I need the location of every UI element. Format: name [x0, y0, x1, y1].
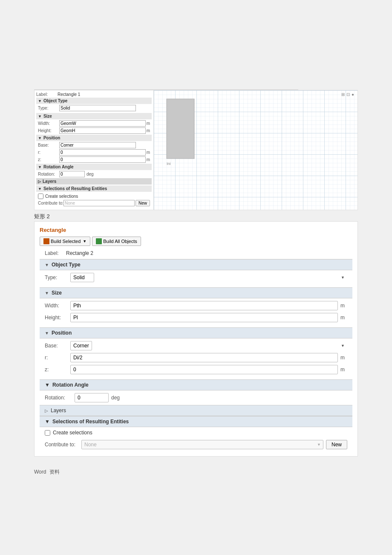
- height-unit: m: [340, 315, 347, 321]
- rotation-header[interactable]: ▼ Rotation Angle: [40, 379, 352, 390]
- mini-size-arrow: ▼: [38, 114, 42, 119]
- base-field-row: Base: Corner Center: [45, 341, 347, 350]
- mini-selections-arrow: ▼: [38, 187, 42, 191]
- canvas-toolbar: ⊞ ⊡ ●: [341, 92, 354, 97]
- mini-rot-input[interactable]: [59, 171, 85, 177]
- footer: Word 资料: [0, 465, 392, 479]
- z-input[interactable]: [70, 365, 338, 374]
- rotation-input[interactable]: [75, 393, 109, 402]
- type-select[interactable]: Solid Surface Curve Point: [70, 273, 94, 282]
- mini-z-input[interactable]: [59, 156, 146, 163]
- mini-rotation-header[interactable]: ▼ Rotation Angle: [36, 164, 152, 170]
- rotation-unit: deg: [111, 395, 120, 401]
- build-selected-icon: [43, 238, 49, 244]
- r-input[interactable]: [70, 353, 338, 362]
- position-header[interactable]: ▼ Position: [40, 327, 352, 338]
- layers-header[interactable]: ▷ Layers: [40, 405, 352, 416]
- rotation-arrow: ▼: [45, 382, 50, 388]
- mini-position-arrow: ▼: [38, 136, 42, 140]
- mini-selections-header[interactable]: ▼ Selections of Resulting Entities: [36, 185, 152, 192]
- mini-type-select[interactable]: Solid: [59, 105, 136, 111]
- width-label: Width:: [45, 303, 70, 309]
- mini-rotation-row: Rotation: deg: [36, 171, 152, 177]
- build-selected-label: Build Selected: [51, 239, 81, 244]
- z-field-row: z: m: [45, 365, 347, 374]
- layers-arrow: ▷: [45, 408, 48, 413]
- new-button[interactable]: New: [326, 440, 347, 449]
- width-field-row: Width: m: [45, 301, 347, 310]
- build-all-button[interactable]: Build All Objects: [92, 237, 141, 246]
- mini-size-header[interactable]: ▼ Size: [36, 113, 152, 119]
- mini-z-label: z:: [38, 157, 59, 162]
- mini-object-type-header[interactable]: ▼ Object Type: [36, 98, 152, 104]
- canvas-icon-1[interactable]: ⊞: [341, 92, 345, 97]
- base-select[interactable]: Corner Center: [70, 341, 92, 350]
- canvas-svg: Ini: [154, 90, 357, 210]
- object-type-content: Type: Solid Surface Curve Point: [40, 270, 352, 287]
- build-all-icon: [96, 238, 102, 244]
- mini-label-row: Label: Rectangle 1: [36, 92, 152, 97]
- size-header[interactable]: ▼ Size: [40, 287, 352, 298]
- mini-r-row: r: m: [38, 149, 150, 156]
- height-label: Height:: [45, 315, 70, 321]
- width-input[interactable]: [70, 301, 338, 310]
- rotation-field-label: Rotation:: [45, 395, 75, 401]
- chinese-title-text: 矩形 2: [34, 213, 50, 220]
- size-arrow: ▼: [45, 291, 49, 295]
- mini-width-row: Width: m: [38, 120, 150, 127]
- mini-selections-label: Selections of Resulting Entities: [43, 186, 107, 191]
- mini-layers-arrow: ▷: [38, 179, 41, 184]
- build-all-label: Build All Objects: [103, 239, 137, 244]
- object-type-header[interactable]: ▼ Object Type: [40, 259, 352, 270]
- footer-resource: 资料: [49, 469, 60, 475]
- object-type-label: Object Type: [52, 262, 81, 268]
- rotation-label: Rotation Angle: [52, 382, 89, 388]
- mini-layers-header[interactable]: ▷ Layers: [36, 178, 152, 185]
- mini-label-value: Rectangle 1: [58, 92, 80, 97]
- mini-type-row: Type: Solid: [36, 105, 152, 112]
- type-select-wrapper: Solid Surface Curve Point: [70, 273, 347, 282]
- create-selections-checkbox[interactable]: [45, 430, 50, 436]
- mini-position-header[interactable]: ▼ Position: [36, 135, 152, 141]
- build-selected-button[interactable]: Build Selected ▼: [40, 237, 90, 246]
- type-field-row: Type: Solid Surface Curve Point: [45, 273, 347, 282]
- mini-height-input[interactable]: [59, 127, 146, 134]
- mini-width-unit: m: [147, 121, 150, 126]
- contribute-select[interactable]: None: [81, 440, 323, 449]
- canvas-rectangle: [167, 99, 194, 159]
- canvas-icon-2[interactable]: ⊡: [346, 92, 350, 97]
- canvas-icon-3[interactable]: ●: [352, 92, 354, 97]
- height-input[interactable]: [70, 313, 338, 322]
- size-label: Size: [52, 290, 62, 296]
- mini-base-select[interactable]: Corner: [59, 142, 136, 148]
- selections-header[interactable]: ▼ Selections of Resulting Entities: [40, 416, 352, 427]
- mini-rotation-label: Rotation Angle: [43, 165, 74, 169]
- base-label: Base:: [45, 343, 70, 349]
- mini-create-checkbox[interactable]: [38, 194, 43, 199]
- mini-base-label: Base:: [38, 143, 59, 147]
- mini-contribute-select[interactable]: None: [63, 200, 135, 206]
- r-unit: m: [340, 355, 347, 361]
- height-field-row: Height: m: [45, 313, 347, 322]
- contribute-label: Contribute to:: [45, 442, 79, 448]
- footer-word: Word: [34, 469, 46, 475]
- object-type-arrow: ▼: [45, 263, 49, 267]
- z-label: z:: [45, 367, 70, 373]
- mini-new-button[interactable]: New: [135, 200, 150, 206]
- mini-size-label: Size: [43, 114, 52, 119]
- position-label: Position: [52, 330, 72, 336]
- r-label: r:: [45, 355, 70, 361]
- z-unit: m: [340, 367, 347, 373]
- mini-base-select-wrapper: Corner: [59, 142, 136, 148]
- selections-label: Selections of Resulting Entities: [52, 419, 129, 425]
- size-content: Width: m Height: m: [40, 298, 352, 327]
- mini-rot-label: Rotation:: [38, 172, 59, 176]
- mini-width-input[interactable]: [59, 120, 146, 127]
- mini-create-row: Create selections: [38, 194, 150, 199]
- toolbar-row: Build Selected ▼ Build All Objects: [40, 235, 352, 248]
- label-field-text: Label:: [45, 250, 66, 256]
- mini-z-unit: m: [147, 157, 150, 162]
- mini-r-input[interactable]: [59, 149, 146, 156]
- mini-object-type-label: Object Type: [43, 98, 68, 103]
- mini-rotation-arrow: ▼: [38, 165, 42, 169]
